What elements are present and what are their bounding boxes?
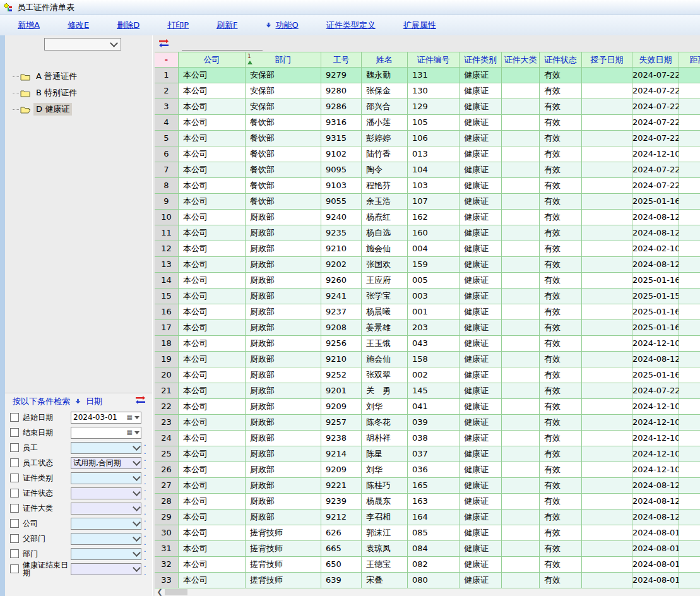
table-row[interactable]: 17本公司厨政部9208姜景雄203健康证有效2025-01-16: [155, 320, 700, 336]
table-cell[interactable]: 健康证: [460, 257, 502, 273]
combobox-健康证结束日期[interactable]: [71, 563, 141, 575]
table-cell[interactable]: [582, 225, 632, 241]
table-cell[interactable]: 有效: [540, 194, 582, 210]
table-cell[interactable]: 2024-12-10: [632, 431, 679, 446]
row-number-cell[interactable]: 13: [155, 257, 179, 273]
table-cell[interactable]: 本公司: [179, 399, 246, 415]
table-cell[interactable]: [582, 415, 632, 431]
row-number-cell[interactable]: 11: [155, 225, 179, 241]
table-cell[interactable]: 李召相: [362, 510, 408, 525]
table-cell[interactable]: 陈桂巧: [362, 478, 408, 494]
table-cell[interactable]: 餐饮部: [246, 194, 321, 210]
cert-group-combobox[interactable]: [44, 38, 121, 51]
table-cell[interactable]: 厨政部: [246, 257, 321, 273]
table-cell[interactable]: 本公司: [179, 289, 246, 304]
combobox-部门[interactable]: [71, 548, 141, 560]
table-cell[interactable]: [582, 289, 632, 304]
table-cell[interactable]: 健康证: [460, 367, 502, 383]
table-cell[interactable]: 健康证: [460, 415, 502, 431]
table-cell[interactable]: 本公司: [179, 178, 246, 194]
table-cell[interactable]: 搓背技师: [246, 557, 321, 573]
table-cell[interactable]: 本公司: [179, 162, 246, 178]
table-cell[interactable]: [679, 510, 700, 525]
table-cell[interactable]: 宋叠: [362, 573, 408, 588]
table-cell[interactable]: [679, 273, 700, 289]
table-cell[interactable]: [582, 510, 632, 525]
table-cell[interactable]: 本公司: [179, 494, 246, 510]
table-cell[interactable]: 健康证: [460, 225, 502, 241]
checkbox-健康证结束日期[interactable]: [10, 564, 19, 573]
table-row[interactable]: 21本公司厨政部9201关 勇145健康证有效2024-07-22: [155, 383, 700, 399]
browse-dots-button[interactable]: . .: [144, 530, 152, 547]
table-cell[interactable]: [679, 115, 700, 131]
table-cell[interactable]: 160: [408, 225, 460, 241]
table-cell[interactable]: 健康证: [460, 336, 502, 352]
table-cell[interactable]: 健康证: [460, 557, 502, 573]
table-cell[interactable]: 厨政部: [246, 383, 321, 399]
table-cell[interactable]: 2024-07-22: [632, 68, 679, 83]
toolbar-button-cert-type-def[interactable]: 证件类型定义: [326, 20, 376, 31]
column-header-证件状态[interactable]: 证件状态: [540, 52, 582, 68]
table-cell[interactable]: 健康证: [460, 478, 502, 494]
down-arrow-icon[interactable]: [74, 398, 81, 405]
table-cell[interactable]: 有效: [540, 352, 582, 367]
table-cell[interactable]: 郭沫江: [362, 525, 408, 541]
table-cell[interactable]: 2024-08-12: [632, 257, 679, 273]
table-cell[interactable]: 本公司: [179, 383, 246, 399]
row-number-cell[interactable]: 18: [155, 336, 179, 352]
toolbar-button-extended-attr[interactable]: 扩展属性: [403, 20, 436, 31]
table-cell[interactable]: 2024-07-22: [632, 178, 679, 194]
table-cell[interactable]: 本公司: [179, 525, 246, 541]
row-number-cell[interactable]: 7: [155, 162, 179, 178]
tree-item-D 健康证[interactable]: D 健康证: [5, 101, 152, 117]
table-cell[interactable]: 038: [408, 431, 460, 446]
row-number-cell[interactable]: 23: [155, 415, 179, 431]
table-cell[interactable]: [582, 573, 632, 588]
table-cell[interactable]: 有效: [540, 83, 582, 99]
row-number-cell[interactable]: 20: [155, 367, 179, 383]
chevron-down-icon[interactable]: [133, 533, 141, 542]
toolbar-button-modify[interactable]: 修改E: [68, 20, 89, 31]
swap-icon[interactable]: [135, 396, 146, 406]
table-row[interactable]: 9本公司餐饮部9055余玉浩107健康证有效2025-01-16: [155, 194, 700, 210]
table-cell[interactable]: 有效: [540, 162, 582, 178]
table-cell[interactable]: [582, 257, 632, 273]
table-cell[interactable]: [502, 68, 540, 83]
date-input-结束日期[interactable]: ▦: [71, 427, 141, 439]
table-cell[interactable]: 王应府: [362, 273, 408, 289]
table-cell[interactable]: [679, 257, 700, 273]
table-cell[interactable]: 搓背技师: [246, 525, 321, 541]
table-cell[interactable]: [502, 557, 540, 573]
table-cell[interactable]: 041: [408, 399, 460, 415]
table-cell[interactable]: [679, 194, 700, 210]
table-cell[interactable]: [582, 494, 632, 510]
table-cell[interactable]: 厨政部: [246, 210, 321, 225]
table-cell[interactable]: 039: [408, 415, 460, 431]
table-cell[interactable]: 036: [408, 462, 460, 478]
table-cell[interactable]: 刘华: [362, 462, 408, 478]
row-number-cell[interactable]: 12: [155, 241, 179, 257]
table-cell[interactable]: 本公司: [179, 336, 246, 352]
row-number-cell[interactable]: 31: [155, 541, 179, 557]
table-cell[interactable]: 本公司: [179, 352, 246, 367]
table-cell[interactable]: 9315: [321, 131, 362, 146]
table-cell[interactable]: 2024-08-01: [632, 541, 679, 557]
table-cell[interactable]: [502, 352, 540, 367]
date-input-起始日期[interactable]: 2024-03-01▦: [71, 412, 141, 424]
table-cell[interactable]: 健康证: [460, 210, 502, 225]
table-cell[interactable]: [679, 573, 700, 588]
table-cell[interactable]: 本公司: [179, 194, 246, 210]
table-cell[interactable]: [679, 162, 700, 178]
table-cell[interactable]: 131: [408, 68, 460, 83]
column-header-距离[interactable]: 距离: [679, 52, 700, 68]
table-cell[interactable]: [502, 478, 540, 494]
combobox-公司[interactable]: [71, 518, 141, 530]
toolbar-button-print[interactable]: 打印P: [167, 20, 189, 31]
checkbox-证件大类[interactable]: [10, 504, 19, 513]
table-cell[interactable]: 有效: [540, 336, 582, 352]
table-cell[interactable]: 餐饮部: [246, 115, 321, 131]
dropdown-arrow-icon[interactable]: [134, 431, 139, 434]
table-cell[interactable]: 2024-07-22: [632, 131, 679, 146]
table-cell[interactable]: 健康证: [460, 289, 502, 304]
row-number-cell[interactable]: 17: [155, 320, 179, 336]
